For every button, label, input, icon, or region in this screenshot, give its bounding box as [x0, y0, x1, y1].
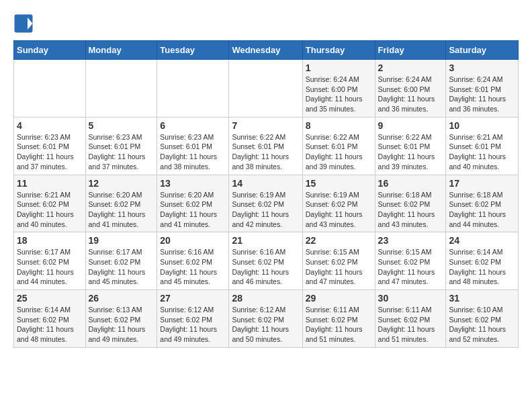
day-detail: Sunrise: 6:22 AM Sunset: 6:01 PM Dayligh…	[306, 132, 372, 172]
day-detail: Sunrise: 6:24 AM Sunset: 6:01 PM Dayligh…	[449, 75, 515, 114]
calendar-day-cell: 28Sunrise: 6:12 AM Sunset: 6:02 PM Dayli…	[229, 290, 302, 348]
day-number: 21	[232, 235, 299, 246]
calendar-day-cell: 29Sunrise: 6:11 AM Sunset: 6:02 PM Dayli…	[302, 290, 375, 348]
day-detail: Sunrise: 6:19 AM Sunset: 6:02 PM Dayligh…	[232, 190, 299, 230]
calendar-header-row: SundayMondayTuesdayWednesdayThursdayFrid…	[14, 41, 519, 60]
day-detail: Sunrise: 6:21 AM Sunset: 6:02 PM Dayligh…	[17, 190, 83, 230]
calendar-day-cell: 2Sunrise: 6:24 AM Sunset: 6:00 PM Daylig…	[375, 60, 446, 118]
day-detail: Sunrise: 6:20 AM Sunset: 6:02 PM Dayligh…	[160, 190, 226, 230]
day-detail: Sunrise: 6:15 AM Sunset: 6:02 PM Dayligh…	[378, 247, 443, 287]
day-number: 6	[160, 120, 226, 131]
day-number: 10	[449, 120, 515, 131]
day-number: 12	[89, 178, 154, 189]
calendar-day-cell: 30Sunrise: 6:11 AM Sunset: 6:02 PM Dayli…	[375, 290, 446, 348]
day-number: 20	[160, 235, 226, 246]
day-number: 1	[306, 62, 372, 73]
day-number: 11	[17, 178, 83, 189]
day-detail: Sunrise: 6:17 AM Sunset: 6:02 PM Dayligh…	[17, 247, 83, 287]
calendar-day-cell	[85, 60, 157, 118]
day-detail: Sunrise: 6:21 AM Sunset: 6:01 PM Dayligh…	[449, 132, 515, 172]
day-of-week-header: Monday	[85, 41, 157, 60]
calendar-day-cell	[157, 60, 229, 118]
calendar-day-cell: 1Sunrise: 6:24 AM Sunset: 6:00 PM Daylig…	[302, 60, 375, 118]
calendar-day-cell: 6Sunrise: 6:23 AM Sunset: 6:01 PM Daylig…	[157, 117, 229, 175]
calendar-table: SundayMondayTuesdayWednesdayThursdayFrid…	[13, 40, 519, 348]
day-detail: Sunrise: 6:18 AM Sunset: 6:02 PM Dayligh…	[378, 190, 443, 230]
logo-icon	[13, 13, 34, 34]
day-detail: Sunrise: 6:22 AM Sunset: 6:01 PM Dayligh…	[232, 132, 299, 172]
day-detail: Sunrise: 6:24 AM Sunset: 6:00 PM Dayligh…	[378, 75, 443, 114]
day-number: 26	[89, 293, 154, 304]
calendar-day-cell: 14Sunrise: 6:19 AM Sunset: 6:02 PM Dayli…	[229, 175, 302, 232]
calendar-week-row: 11Sunrise: 6:21 AM Sunset: 6:02 PM Dayli…	[14, 175, 519, 232]
calendar-day-cell: 22Sunrise: 6:15 AM Sunset: 6:02 PM Dayli…	[302, 232, 375, 290]
day-of-week-header: Thursday	[302, 41, 375, 60]
day-of-week-header: Sunday	[14, 41, 86, 60]
day-detail: Sunrise: 6:12 AM Sunset: 6:02 PM Dayligh…	[232, 305, 299, 345]
calendar-day-cell: 15Sunrise: 6:19 AM Sunset: 6:02 PM Dayli…	[302, 175, 375, 232]
day-detail: Sunrise: 6:11 AM Sunset: 6:02 PM Dayligh…	[306, 305, 372, 345]
day-number: 7	[232, 120, 299, 131]
day-number: 13	[160, 178, 226, 189]
day-number: 29	[306, 293, 372, 304]
calendar-day-cell: 17Sunrise: 6:18 AM Sunset: 6:02 PM Dayli…	[446, 175, 519, 232]
calendar-day-cell: 16Sunrise: 6:18 AM Sunset: 6:02 PM Dayli…	[375, 175, 446, 232]
calendar-week-row: 25Sunrise: 6:14 AM Sunset: 6:02 PM Dayli…	[14, 290, 519, 348]
day-of-week-header: Wednesday	[229, 41, 302, 60]
day-detail: Sunrise: 6:23 AM Sunset: 6:01 PM Dayligh…	[160, 132, 226, 172]
day-number: 2	[378, 62, 443, 73]
calendar-day-cell: 19Sunrise: 6:17 AM Sunset: 6:02 PM Dayli…	[85, 232, 157, 290]
day-detail: Sunrise: 6:17 AM Sunset: 6:02 PM Dayligh…	[89, 247, 154, 287]
day-number: 14	[232, 178, 299, 189]
day-number: 19	[89, 235, 154, 246]
day-detail: Sunrise: 6:22 AM Sunset: 6:01 PM Dayligh…	[378, 132, 443, 172]
calendar-day-cell	[14, 60, 86, 118]
day-number: 24	[449, 235, 515, 246]
day-of-week-header: Tuesday	[157, 41, 229, 60]
day-number: 16	[378, 178, 443, 189]
calendar-day-cell: 18Sunrise: 6:17 AM Sunset: 6:02 PM Dayli…	[14, 232, 86, 290]
calendar-day-cell: 11Sunrise: 6:21 AM Sunset: 6:02 PM Dayli…	[14, 175, 86, 232]
calendar-day-cell: 8Sunrise: 6:22 AM Sunset: 6:01 PM Daylig…	[302, 117, 375, 175]
day-number: 4	[17, 120, 83, 131]
calendar-day-cell: 7Sunrise: 6:22 AM Sunset: 6:01 PM Daylig…	[229, 117, 302, 175]
day-detail: Sunrise: 6:23 AM Sunset: 6:01 PM Dayligh…	[17, 132, 83, 172]
day-number: 28	[232, 293, 299, 304]
logo	[13, 13, 36, 34]
day-number: 17	[449, 178, 515, 189]
day-detail: Sunrise: 6:18 AM Sunset: 6:02 PM Dayligh…	[449, 190, 515, 230]
calendar-day-cell: 5Sunrise: 6:23 AM Sunset: 6:01 PM Daylig…	[85, 117, 157, 175]
day-number: 31	[449, 293, 515, 304]
day-number: 8	[306, 120, 372, 131]
calendar-day-cell: 9Sunrise: 6:22 AM Sunset: 6:01 PM Daylig…	[375, 117, 446, 175]
day-number: 30	[378, 293, 443, 304]
day-number: 27	[160, 293, 226, 304]
calendar-day-cell: 23Sunrise: 6:15 AM Sunset: 6:02 PM Dayli…	[375, 232, 446, 290]
calendar-day-cell	[229, 60, 302, 118]
page-header	[13, 13, 519, 34]
day-detail: Sunrise: 6:13 AM Sunset: 6:02 PM Dayligh…	[89, 305, 154, 345]
day-number: 3	[449, 62, 515, 73]
calendar-day-cell: 13Sunrise: 6:20 AM Sunset: 6:02 PM Dayli…	[157, 175, 229, 232]
day-detail: Sunrise: 6:14 AM Sunset: 6:02 PM Dayligh…	[17, 305, 83, 345]
day-detail: Sunrise: 6:12 AM Sunset: 6:02 PM Dayligh…	[160, 305, 226, 345]
calendar-week-row: 4Sunrise: 6:23 AM Sunset: 6:01 PM Daylig…	[14, 117, 519, 175]
calendar-day-cell: 21Sunrise: 6:16 AM Sunset: 6:02 PM Dayli…	[229, 232, 302, 290]
day-number: 25	[17, 293, 83, 304]
day-of-week-header: Friday	[375, 41, 446, 60]
day-number: 23	[378, 235, 443, 246]
day-detail: Sunrise: 6:16 AM Sunset: 6:02 PM Dayligh…	[160, 247, 226, 287]
calendar-day-cell: 4Sunrise: 6:23 AM Sunset: 6:01 PM Daylig…	[14, 117, 86, 175]
day-number: 9	[378, 120, 443, 131]
calendar-day-cell: 31Sunrise: 6:10 AM Sunset: 6:02 PM Dayli…	[446, 290, 519, 348]
calendar-day-cell: 10Sunrise: 6:21 AM Sunset: 6:01 PM Dayli…	[446, 117, 519, 175]
calendar-day-cell: 3Sunrise: 6:24 AM Sunset: 6:01 PM Daylig…	[446, 60, 519, 118]
day-detail: Sunrise: 6:10 AM Sunset: 6:02 PM Dayligh…	[449, 305, 515, 345]
calendar-day-cell: 12Sunrise: 6:20 AM Sunset: 6:02 PM Dayli…	[85, 175, 157, 232]
day-detail: Sunrise: 6:15 AM Sunset: 6:02 PM Dayligh…	[306, 247, 372, 287]
calendar-day-cell: 27Sunrise: 6:12 AM Sunset: 6:02 PM Dayli…	[157, 290, 229, 348]
day-detail: Sunrise: 6:19 AM Sunset: 6:02 PM Dayligh…	[306, 190, 372, 230]
day-number: 5	[89, 120, 154, 131]
day-detail: Sunrise: 6:23 AM Sunset: 6:01 PM Dayligh…	[89, 132, 154, 172]
day-number: 18	[17, 235, 83, 246]
